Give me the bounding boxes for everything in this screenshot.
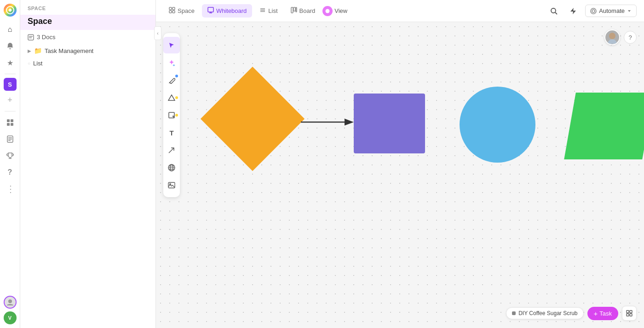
shape-dot — [175, 96, 178, 99]
task-chip[interactable]: DIY Coffee Sugar Scrub — [506, 307, 583, 319]
help-nav-icon[interactable]: ? — [3, 165, 17, 180]
add-view-dot — [322, 6, 333, 16]
user-avatar-v[interactable]: V — [4, 311, 17, 324]
star-icon[interactable]: ★ — [3, 55, 17, 70]
bottom-bar: DIY Coffee Sugar Scrub + Task — [506, 306, 637, 321]
canvas-arrow — [299, 112, 358, 130]
note-tool[interactable] — [163, 107, 180, 123]
sidebar-item-list[interactable]: ○ List — [20, 57, 155, 70]
board-tab-icon — [291, 7, 297, 15]
search-button[interactable] — [546, 4, 561, 18]
globe-tool[interactable] — [163, 159, 180, 176]
task-management-label: Task Management — [45, 47, 93, 54]
automate-button[interactable]: Automate — [585, 5, 637, 17]
svg-point-35 — [608, 39, 617, 44]
svg-rect-27 — [296, 7, 297, 12]
svg-point-36 — [609, 33, 615, 39]
tab-list-label: List — [268, 7, 277, 14]
svg-marker-38 — [168, 95, 175, 100]
toolbar-right: Automate — [546, 4, 637, 18]
svg-rect-1 — [7, 119, 10, 122]
sidebar-space-label: SPACE — [20, 0, 155, 15]
task-chip-label: DIY Coffee Sugar Scrub — [518, 310, 577, 316]
more-nav-icon[interactable]: ⋮ — [3, 182, 17, 196]
pen-tool[interactable] — [163, 72, 180, 88]
wb-toolbar: T — [163, 33, 180, 197]
sidebar: SPACE Space 3 Docs ▶ 📁 Task Management ○… — [20, 0, 156, 328]
space-badge[interactable]: S — [4, 78, 17, 91]
tab-space-label: Space — [178, 7, 195, 14]
svg-rect-26 — [293, 7, 295, 11]
image-tool[interactable] — [163, 177, 180, 193]
shape-rectangle[interactable] — [354, 94, 425, 153]
task-dot — [512, 311, 516, 315]
task-btn-plus: + — [594, 310, 598, 317]
tab-whiteboard-label: Whiteboard — [216, 7, 247, 14]
svg-line-40 — [169, 148, 174, 153]
text-tool[interactable]: T — [163, 124, 180, 141]
wb-user-avatar — [604, 29, 620, 45]
svg-rect-17 — [169, 11, 172, 13]
add-view-tab[interactable]: View — [322, 6, 347, 16]
svg-rect-4 — [11, 123, 13, 126]
shape-circle[interactable] — [460, 87, 535, 163]
svg-rect-49 — [627, 310, 629, 313]
sidebar-docs-item[interactable]: 3 Docs — [20, 30, 155, 44]
whiteboard-tab-icon — [207, 7, 214, 15]
text-tool-label: T — [169, 129, 173, 137]
svg-rect-51 — [627, 314, 629, 316]
tab-board[interactable]: Board — [285, 4, 321, 18]
sidebar-item-task-management[interactable]: ▶ 📁 Task Management — [20, 44, 155, 57]
tab-space[interactable]: Space — [163, 4, 200, 18]
wb-help-button[interactable]: ? — [624, 31, 637, 44]
nav-divider — [5, 74, 16, 74]
svg-rect-25 — [291, 7, 293, 13]
main-area: Space Whiteboard List Board View — [156, 0, 644, 328]
home-icon[interactable]: ⌂ — [3, 22, 17, 37]
add-task-button[interactable]: + Task — [587, 307, 619, 320]
whiteboard-canvas[interactable]: ? — [156, 22, 644, 328]
list-label: List — [33, 60, 42, 67]
file-icon[interactable] — [3, 132, 17, 146]
svg-rect-19 — [208, 7, 213, 12]
svg-rect-16 — [172, 7, 175, 10]
shape-tool[interactable] — [163, 89, 180, 106]
select-tool[interactable] — [163, 37, 180, 53]
arrow-draw-tool[interactable] — [163, 142, 180, 158]
shape-diamond[interactable] — [201, 67, 305, 171]
top-toolbar: Space Whiteboard List Board View — [156, 0, 644, 22]
user-avatar-top[interactable] — [4, 296, 17, 309]
svg-line-37 — [169, 82, 170, 83]
bell-icon[interactable] — [3, 39, 17, 53]
svg-rect-12 — [28, 35, 34, 40]
space-tab-icon — [169, 7, 175, 15]
grid-view-button[interactable] — [622, 306, 637, 321]
tab-whiteboard[interactable]: Whiteboard — [202, 4, 252, 18]
svg-line-32 — [555, 12, 557, 14]
automate-label: Automate — [599, 7, 625, 14]
svg-rect-50 — [630, 310, 632, 313]
lightning-button[interactable] — [566, 4, 581, 18]
app-logo — [4, 4, 17, 17]
add-view-label: View — [334, 7, 347, 14]
svg-point-34 — [592, 10, 595, 12]
add-icon[interactable]: + — [3, 93, 17, 107]
svg-rect-15 — [169, 7, 172, 10]
left-navigation: ⌂ ★ S + ? ⋮ V — [0, 0, 20, 328]
tab-board-label: Board — [299, 7, 316, 14]
svg-point-33 — [591, 8, 596, 14]
note-dot — [175, 114, 178, 117]
nav-divider-2 — [5, 111, 16, 111]
magic-tool[interactable] — [163, 54, 180, 71]
apps-icon[interactable] — [3, 115, 17, 130]
sidebar-space-name[interactable]: Space — [20, 15, 155, 30]
trophy-icon[interactable] — [3, 148, 17, 163]
svg-rect-52 — [630, 314, 632, 316]
sidebar-collapse-button[interactable]: ‹ — [154, 26, 161, 40]
nav-bottom-section: V — [4, 296, 17, 324]
shape-parallelogram[interactable] — [564, 93, 644, 159]
svg-rect-18 — [172, 11, 175, 13]
tab-list[interactable]: List — [254, 4, 283, 18]
wb-top-right: ? — [604, 29, 637, 45]
docs-label: 3 Docs — [37, 34, 55, 41]
